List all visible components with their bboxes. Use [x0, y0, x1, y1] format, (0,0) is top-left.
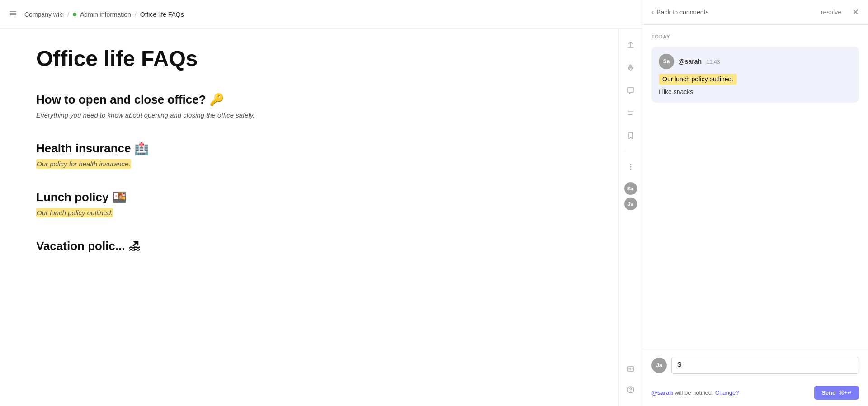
lunch-highlight: Our lunch policy outlined. — [36, 208, 113, 217]
section-heading-health: Health insurance 🏥 — [36, 142, 582, 156]
section-heading-vacation: Vacation polic... 🏖 — [36, 239, 582, 253]
reply-input[interactable] — [671, 357, 859, 374]
back-to-comments-button[interactable]: ‹ Back to comments — [651, 8, 816, 16]
send-label: Send — [821, 389, 836, 396]
comment-icon[interactable] — [623, 83, 638, 98]
share-icon[interactable] — [623, 38, 638, 52]
notify-mention: @sarah — [651, 389, 673, 396]
section-lunch-policy: Lunch policy 🍱 Our lunch policy outlined… — [36, 190, 582, 217]
svg-point-11 — [630, 391, 631, 392]
close-button[interactable]: ✕ — [852, 7, 859, 17]
svg-rect-0 — [10, 11, 16, 12]
svg-rect-4 — [628, 113, 632, 113]
breadcrumb-bar: Company wiki / Admin information / Offic… — [0, 0, 642, 29]
change-notification-button[interactable]: Change? — [715, 389, 739, 396]
comment-meta: @sarah 11:43 — [679, 57, 852, 66]
svg-rect-3 — [628, 111, 633, 112]
comment-author-avatar: Sa — [659, 54, 674, 69]
keyboard-shortcut-icon[interactable] — [623, 362, 638, 376]
section-open-close-office: How to open and close office? 🔑 Everythi… — [36, 93, 582, 119]
toc-icon[interactable] — [623, 106, 638, 120]
notification-bar: @sarah will be notified. Change? Send ⌘+… — [642, 381, 868, 406]
section-desc-lunch: Our lunch policy outlined. — [36, 209, 582, 217]
breadcrumb-dot — [73, 13, 76, 16]
send-button[interactable]: Send ⌘+↵ — [814, 386, 859, 400]
reply-avatar: Ja — [651, 358, 667, 373]
back-chevron-icon: ‹ — [651, 8, 654, 16]
section-vacation: Vacation polic... 🏖 — [36, 239, 582, 253]
comment-header: Sa @sarah 11:43 — [659, 54, 852, 69]
notify-will-be: will be notified. — [675, 389, 713, 396]
section-desc-office: Everything you need to know about openin… — [36, 111, 582, 119]
comments-panel-header: ‹ Back to comments resolve ✕ — [642, 0, 868, 25]
help-icon[interactable] — [623, 382, 638, 397]
svg-rect-2 — [10, 14, 16, 15]
comment-reply-text: I like snacks — [659, 88, 852, 95]
comments-area: TODAY Sa @sarah 11:43 Our lunch policy o… — [642, 25, 868, 349]
highlighted-quote: Our lunch policy outlined. — [659, 74, 737, 85]
page-title: Office life FAQs — [36, 47, 582, 71]
breadcrumb-sep-2: / — [135, 11, 137, 18]
breadcrumb-admin-info[interactable]: Admin information — [80, 11, 131, 18]
avatar-row: Sa Ja — [624, 182, 637, 210]
comments-panel: ‹ Back to comments resolve ✕ TODAY Sa @s… — [642, 0, 868, 406]
section-desc-health: Our policy for health insurance. — [36, 160, 582, 168]
comment-thread: Sa @sarah 11:43 Our lunch policy outline… — [651, 47, 859, 103]
bookmark-icon[interactable] — [623, 128, 638, 143]
section-health-insurance: Health insurance 🏥 Our policy for health… — [36, 142, 582, 168]
content-area: Office life FAQs How to open and close o… — [0, 29, 642, 406]
back-label: Back to comments — [656, 9, 708, 16]
svg-point-8 — [630, 169, 631, 170]
svg-point-7 — [630, 166, 631, 168]
breadcrumb-current-page: Office life FAQs — [140, 11, 184, 18]
resolve-button[interactable]: resolve — [821, 9, 841, 16]
today-label: TODAY — [651, 34, 859, 39]
sidebar-toggle-icon[interactable] — [9, 9, 17, 19]
page-sidebar: Sa Ja — [618, 29, 642, 406]
avatar-sa[interactable]: Sa — [624, 182, 637, 195]
section-heading-lunch: Lunch policy 🍱 — [36, 190, 582, 204]
svg-rect-5 — [628, 114, 632, 115]
svg-rect-1 — [10, 13, 16, 14]
more-options-icon[interactable] — [623, 160, 638, 174]
bottom-icons — [623, 362, 638, 406]
comment-time: 11:43 — [706, 59, 720, 65]
page-content: Office life FAQs How to open and close o… — [0, 29, 618, 406]
health-highlight: Our policy for health insurance. — [36, 159, 131, 169]
section-heading-office: How to open and close office? 🔑 — [36, 93, 582, 107]
breadcrumb-sep-1: / — [67, 11, 69, 18]
comment-highlighted-text: Our lunch policy outlined. — [659, 74, 852, 88]
send-shortcut: ⌘+↵ — [839, 390, 852, 396]
comment-author-name: @sarah — [679, 58, 702, 65]
svg-point-6 — [630, 164, 631, 165]
wave-icon[interactable] — [623, 61, 638, 75]
avatar-ja[interactable]: Ja — [624, 198, 637, 210]
reply-area: Ja — [642, 349, 868, 381]
left-panel: Company wiki / Admin information / Offic… — [0, 0, 642, 406]
sidebar-divider — [625, 151, 636, 151]
breadcrumb-company-wiki[interactable]: Company wiki — [24, 11, 64, 18]
